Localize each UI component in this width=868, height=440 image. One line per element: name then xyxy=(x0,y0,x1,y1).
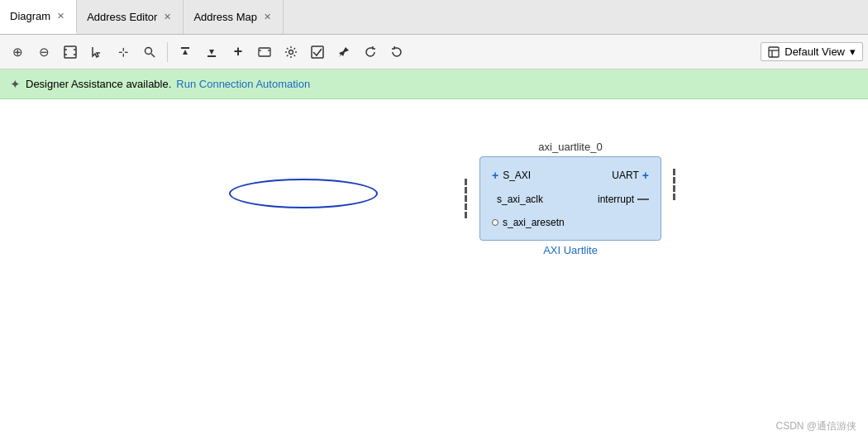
s-axi-plus: + xyxy=(492,169,498,182)
search-button[interactable] xyxy=(137,41,162,64)
tab-diagram-close[interactable]: ✕ xyxy=(55,11,66,22)
undo-button[interactable] xyxy=(384,41,409,64)
align-top-button[interactable] xyxy=(173,41,198,64)
tab-diagram[interactable]: Diagram ✕ xyxy=(0,0,77,34)
s-axi-label: S_AXI xyxy=(503,170,531,181)
block-wrapper: + S_AXI s_axi_aclk s_axi_aresetn xyxy=(479,156,661,241)
toolbar: ⊕ ⊖ ⊹ + xyxy=(0,35,868,69)
block-body[interactable]: + S_AXI s_axi_aclk s_axi_aresetn xyxy=(479,156,661,241)
add-button[interactable]: + xyxy=(226,41,250,64)
toolbar-right: Default View ▾ xyxy=(761,42,863,61)
hand-tool-button[interactable]: ⊹ xyxy=(111,41,136,64)
validate-button[interactable] xyxy=(305,41,330,64)
block-title: axi_uartlite_0 xyxy=(479,141,661,153)
port-interrupt: interrupt xyxy=(598,194,649,205)
properties-button[interactable] xyxy=(279,41,303,64)
assist-icon: ✦ xyxy=(10,77,21,92)
assist-bar: ✦ Designer Assistance available. Run Con… xyxy=(0,69,868,99)
svg-point-5 xyxy=(145,47,152,54)
uart-plus: + xyxy=(642,169,649,182)
svg-rect-14 xyxy=(769,47,779,57)
tab-address-map[interactable]: Address Map ✕ xyxy=(184,0,284,34)
run-connection-automation-link[interactable]: Run Connection Automation xyxy=(176,78,310,90)
s-axi-aresetn-label: s_axi_aresetn xyxy=(503,217,565,228)
s-axi-aclk-label: s_axi_aclk xyxy=(497,194,543,205)
tab-address-editor[interactable]: Address Editor ✕ xyxy=(77,0,184,34)
block-container: axi_uartlite_0 + S_AXI xyxy=(479,141,661,256)
tab-diagram-label: Diagram xyxy=(10,10,50,22)
tab-address-editor-label: Address Editor xyxy=(87,11,157,23)
interrupt-label: interrupt xyxy=(598,194,634,205)
right-bus-connector xyxy=(673,169,675,200)
svg-rect-7 xyxy=(181,47,189,49)
svg-rect-0 xyxy=(64,46,76,58)
annotation-ellipse xyxy=(229,179,378,208)
pin-button[interactable] xyxy=(331,41,356,64)
tab-address-map-label: Address Map xyxy=(193,11,257,23)
svg-line-6 xyxy=(151,54,155,57)
left-bus-indicator xyxy=(465,156,467,241)
port-s-axi-aresetn: s_axi_aresetn xyxy=(492,217,649,228)
svg-point-12 xyxy=(289,50,293,54)
aresetn-circle xyxy=(492,219,498,226)
uart-label: UART xyxy=(612,170,638,181)
screenshot-button[interactable] xyxy=(252,41,277,64)
svg-rect-9 xyxy=(207,55,216,57)
view-dropdown-arrow: ▾ xyxy=(850,45,856,58)
toolbar-sep-1 xyxy=(167,42,168,62)
svg-marker-10 xyxy=(209,50,214,55)
diagram-canvas: axi_uartlite_0 + S_AXI xyxy=(0,99,868,440)
select-button[interactable] xyxy=(84,41,109,64)
assist-text: Designer Assistance available. xyxy=(26,78,171,90)
tab-bar: Diagram ✕ Address Editor ✕ Address Map ✕ xyxy=(0,0,868,35)
fit-all-button[interactable] xyxy=(58,41,83,64)
refresh-button[interactable] xyxy=(358,41,383,64)
view-dropdown[interactable]: Default View ▾ xyxy=(761,42,863,61)
watermark: CSDN @通信游侠 xyxy=(775,419,856,433)
zoom-in-button[interactable]: ⊕ xyxy=(5,41,30,64)
right-ports: UART + interrupt xyxy=(598,169,649,205)
zoom-out-button[interactable]: ⊖ xyxy=(31,41,56,64)
view-dropdown-label: Default View xyxy=(785,45,845,58)
tab-address-map-close[interactable]: ✕ xyxy=(262,12,273,22)
align-distribute-button[interactable] xyxy=(199,41,224,64)
tab-address-editor-close[interactable]: ✕ xyxy=(162,12,173,22)
port-uart: UART + xyxy=(612,169,649,182)
block-subtitle[interactable]: AXI Uartlite xyxy=(479,244,661,256)
interrupt-line xyxy=(637,198,649,200)
svg-rect-11 xyxy=(259,48,270,56)
svg-marker-8 xyxy=(183,50,188,55)
